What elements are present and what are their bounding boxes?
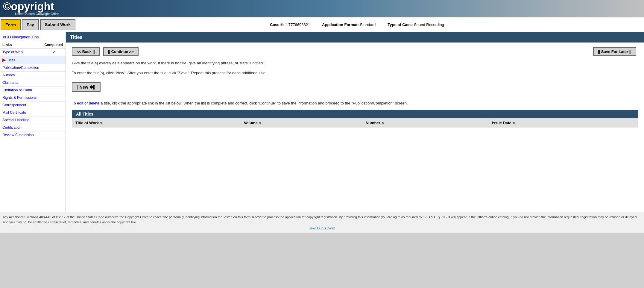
sidebar-link-1: ▶ Titles <box>0 56 42 64</box>
sidebar-nav-item-special-handling[interactable]: Special Handling <box>2 118 29 122</box>
content-body: << Back || || Continue >> || Save For La… <box>66 43 644 132</box>
case-number-label: Case #: <box>270 22 284 27</box>
titles-header-row: Title of Work⇅Volume⇅Number⇅Issue Date⇅ <box>72 118 638 128</box>
sidebar-completed-2 <box>42 64 66 72</box>
sidebar-link-10: Certification <box>0 124 42 131</box>
sidebar-link-3: Authors <box>0 72 42 79</box>
sidebar-nav-item-certification[interactable]: Certification <box>2 125 21 130</box>
sidebar-completed-1 <box>42 56 66 64</box>
sidebar-row-2: Publication/Completion <box>0 64 66 72</box>
sidebar-nav-item-mail-certificate[interactable]: Mail Certificate <box>2 110 26 115</box>
logo-subtitle: United States Copyright Office <box>15 12 59 16</box>
logo-title: ©opyright <box>3 1 59 12</box>
sidebar: eCO Navigation Tips Links Completed Type… <box>0 32 66 212</box>
sidebar-nav-item-correspondent[interactable]: Correspondent <box>2 103 26 107</box>
case-info: Case #: 1-7776698821 Application Format:… <box>76 17 644 32</box>
sidebar-completed-5 <box>42 87 66 94</box>
sidebar-nav-item-limitation-of-claim[interactable]: Limitation of Claim <box>2 88 32 92</box>
case-number-group: Case #: 1-7776698821 <box>270 22 310 27</box>
back-button[interactable]: << Back || <box>72 47 100 56</box>
sidebar-completed-10 <box>42 124 66 131</box>
sidebar-link-7: Correspondent <box>0 101 42 109</box>
all-titles-header: All Titles <box>72 110 638 118</box>
sidebar-completed-0: ✓ <box>42 48 66 56</box>
titles-col-3[interactable]: Issue Date⇅ <box>488 118 638 128</box>
col-links-header: Links <box>0 42 42 48</box>
action-buttons-row: << Back || || Continue >> || Save For La… <box>72 47 638 56</box>
sidebar-nav-item-type-of-work[interactable]: Type of Work <box>2 50 23 54</box>
main-layout: eCO Navigation Tips Links Completed Type… <box>0 32 644 212</box>
sort-icon-2: ⇅ <box>382 122 384 125</box>
sidebar-row-5: Limitation of Claim <box>0 87 66 94</box>
col-completed-header: Completed <box>42 42 66 48</box>
sort-icon-3: ⇅ <box>513 122 515 125</box>
sidebar-nav-item-claimants[interactable]: Claimants <box>2 81 18 85</box>
sidebar-completed-9 <box>42 116 66 124</box>
sidebar-link-0: Type of Work <box>0 48 42 56</box>
sort-icon-0: ⇅ <box>100 122 102 125</box>
sidebar-nav-items: Type of Work✓▶ TitlesPublication/Complet… <box>0 48 66 139</box>
sidebar-row-7: Correspondent <box>0 101 66 109</box>
type-of-case-label: Type of Case: <box>388 22 413 27</box>
sidebar-link-6: Rights & Permissions <box>0 94 42 101</box>
sidebar-row-9: Special Handling <box>0 116 66 124</box>
edit-link[interactable]: edit <box>77 101 83 105</box>
sidebar-completed-4 <box>42 79 66 87</box>
sidebar-row-0: Type of Work✓ <box>0 48 66 56</box>
privacy-text: acy Act Notice: Sections 408-410 of titl… <box>3 215 637 224</box>
type-of-case-value: Sound Recording <box>414 22 444 27</box>
delete-link[interactable]: delete <box>89 101 99 105</box>
application-format-value: Standard <box>360 22 376 27</box>
titles-col-1[interactable]: Volume⇅ <box>240 118 362 128</box>
sidebar-nav-table: Links Completed Type of Work✓▶ TitlesPub… <box>0 42 66 139</box>
application-format-label: Application Format: <box>322 22 359 27</box>
nav-bar: Form Pay Submit Work Case #: 1-777669882… <box>0 17 644 32</box>
sidebar-row-3: Authors <box>0 72 66 79</box>
pay-button[interactable]: Pay <box>22 19 39 30</box>
sidebar-nav-item-review-submission[interactable]: Review Submission <box>2 133 34 137</box>
survey-link[interactable]: Take Our Survey! <box>3 226 641 231</box>
page-header: ©opyright United States Copyright Office <box>0 0 644 17</box>
sort-icon-1: ⇅ <box>259 122 261 125</box>
sidebar-link-5: Limitation of Claim <box>0 87 42 94</box>
section-header: Titles <box>66 32 644 43</box>
sidebar-row-8: Mail Certificate <box>0 109 66 116</box>
case-number-value: 1-7776698821 <box>285 22 310 27</box>
sidebar-link-8: Mail Certificate <box>0 109 42 116</box>
sidebar-link-2: Publication/Completion <box>0 64 42 72</box>
continue-button[interactable]: || Continue >> <box>103 47 139 56</box>
application-format-group: Application Format: Standard <box>322 22 376 27</box>
sidebar-link-11: Review Submission <box>0 131 42 139</box>
current-indicator-1: ▶ <box>2 57 7 62</box>
titles-col-2[interactable]: Number⇅ <box>362 118 488 128</box>
new-title-button[interactable]: ||New ✱|| <box>72 82 101 92</box>
sidebar-row-4: Claimants <box>0 79 66 87</box>
sidebar-row-10: Certification <box>0 124 66 131</box>
nav-right-buttons: || Save For Later || <box>593 47 638 56</box>
sidebar-nav-item-publicationcompletion[interactable]: Publication/Completion <box>2 66 39 70</box>
sidebar-row-11: Review Submission <box>0 131 66 139</box>
sidebar-completed-7 <box>42 101 66 109</box>
sidebar-completed-11 <box>42 131 66 139</box>
sidebar-completed-3 <box>42 72 66 79</box>
type-of-case-group: Type of Case: Sound Recording <box>388 22 444 27</box>
sidebar-nav-item-titles[interactable]: Titles <box>7 58 15 62</box>
eco-nav-tips-link[interactable]: eCO Navigation Tips <box>0 32 66 42</box>
titles-col-0[interactable]: Title of Work⇅ <box>72 118 240 128</box>
sidebar-link-9: Special Handling <box>0 116 42 124</box>
logo: ©opyright United States Copyright Office <box>3 1 59 16</box>
save-later-button[interactable]: || Save For Later || <box>593 47 636 56</box>
sidebar-nav-item-rights--permissions[interactable]: Rights & Permissions <box>2 96 37 100</box>
form-button[interactable]: Form <box>1 19 21 30</box>
titles-table: Title of Work⇅Volume⇅Number⇅Issue Date⇅ <box>72 118 638 128</box>
content-area: Titles << Back || || Continue >> || Save… <box>66 32 644 212</box>
sidebar-completed-8 <box>42 109 66 116</box>
sidebar-row-1: ▶ Titles <box>0 56 66 64</box>
sidebar-nav-item-authors[interactable]: Authors <box>2 73 15 77</box>
instruction-3: To edit or delete a title, click the app… <box>72 100 638 107</box>
instruction-2: To enter the title(s), click "New". Afte… <box>72 70 638 76</box>
nav-left-buttons: << Back || || Continue >> <box>72 47 140 56</box>
instruction-1: Give the title(s) exactly as it appears … <box>72 60 638 66</box>
sidebar-row-6: Rights & Permissions <box>0 94 66 101</box>
submit-work-button[interactable]: Submit Work <box>40 19 75 30</box>
